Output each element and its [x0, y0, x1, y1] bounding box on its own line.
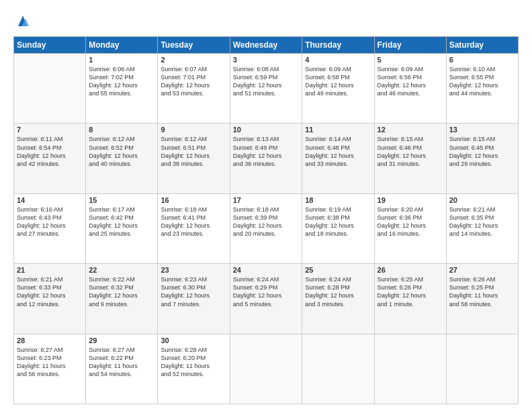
week-row-5: 28Sunrise: 6:27 AM Sunset: 6:23 PM Dayli…	[14, 334, 519, 404]
calendar-cell: 27Sunrise: 6:26 AM Sunset: 6:25 PM Dayli…	[446, 264, 518, 334]
day-number: 27	[449, 266, 515, 274]
day-number: 19	[378, 196, 443, 204]
day-info: Sunrise: 6:18 AM Sunset: 6:39 PM Dayligh…	[233, 205, 300, 238]
day-info: Sunrise: 6:22 AM Sunset: 6:32 PM Dayligh…	[89, 275, 154, 308]
day-info: Sunrise: 6:21 AM Sunset: 6:33 PM Dayligh…	[17, 275, 83, 308]
weekday-monday: Monday	[86, 37, 158, 54]
day-info: Sunrise: 6:16 AM Sunset: 6:43 PM Dayligh…	[17, 205, 83, 238]
day-number: 13	[449, 126, 515, 134]
day-info: Sunrise: 6:18 AM Sunset: 6:41 PM Dayligh…	[161, 205, 226, 238]
day-number: 22	[89, 266, 154, 274]
calendar-cell: 18Sunrise: 6:19 AM Sunset: 6:38 PM Dayli…	[302, 193, 374, 263]
calendar-cell: 26Sunrise: 6:25 AM Sunset: 6:26 PM Dayli…	[374, 264, 446, 334]
day-number: 29	[89, 336, 154, 345]
day-number: 14	[17, 196, 83, 204]
calendar-cell	[230, 334, 302, 404]
day-info: Sunrise: 6:10 AM Sunset: 6:55 PM Dayligh…	[449, 65, 515, 98]
calendar-cell: 10Sunrise: 6:13 AM Sunset: 6:49 PM Dayli…	[230, 124, 302, 193]
calendar-cell: 24Sunrise: 6:24 AM Sunset: 6:29 PM Dayli…	[230, 264, 302, 334]
calendar-cell: 22Sunrise: 6:22 AM Sunset: 6:32 PM Dayli…	[86, 264, 158, 334]
weekday-header-row: SundayMondayTuesdayWednesdayThursdayFrid…	[14, 37, 519, 54]
logo	[13, 12, 34, 31]
calendar-cell: 7Sunrise: 6:11 AM Sunset: 6:54 PM Daylig…	[14, 124, 86, 193]
day-info: Sunrise: 6:23 AM Sunset: 6:30 PM Dayligh…	[161, 275, 226, 308]
day-info: Sunrise: 6:19 AM Sunset: 6:38 PM Dayligh…	[305, 205, 371, 238]
calendar-cell: 6Sunrise: 6:10 AM Sunset: 6:55 PM Daylig…	[446, 54, 518, 124]
calendar-cell: 16Sunrise: 6:18 AM Sunset: 6:41 PM Dayli…	[158, 193, 230, 263]
weekday-sunday: Sunday	[14, 37, 86, 54]
weekday-friday: Friday	[374, 37, 446, 54]
weekday-tuesday: Tuesday	[158, 37, 230, 54]
day-number: 16	[161, 196, 226, 204]
weekday-wednesday: Wednesday	[230, 37, 302, 54]
day-number: 26	[378, 266, 443, 274]
weekday-thursday: Thursday	[302, 37, 374, 54]
day-info: Sunrise: 6:15 AM Sunset: 6:46 PM Dayligh…	[378, 135, 443, 168]
calendar-cell	[14, 54, 86, 124]
calendar-cell: 4Sunrise: 6:09 AM Sunset: 6:58 PM Daylig…	[302, 54, 374, 124]
day-number: 30	[161, 336, 226, 345]
calendar-cell: 14Sunrise: 6:16 AM Sunset: 6:43 PM Dayli…	[14, 193, 86, 263]
day-info: Sunrise: 6:11 AM Sunset: 6:54 PM Dayligh…	[17, 135, 83, 168]
calendar-cell: 5Sunrise: 6:09 AM Sunset: 6:56 PM Daylig…	[374, 54, 446, 124]
calendar-cell: 2Sunrise: 6:07 AM Sunset: 7:01 PM Daylig…	[158, 54, 230, 124]
day-info: Sunrise: 6:17 AM Sunset: 6:42 PM Dayligh…	[89, 205, 154, 238]
day-number: 20	[449, 196, 515, 204]
day-info: Sunrise: 6:09 AM Sunset: 6:58 PM Dayligh…	[305, 65, 371, 98]
week-row-4: 21Sunrise: 6:21 AM Sunset: 6:33 PM Dayli…	[14, 264, 519, 334]
day-number: 11	[305, 126, 371, 134]
day-number: 3	[233, 56, 300, 64]
day-info: Sunrise: 6:13 AM Sunset: 6:49 PM Dayligh…	[233, 135, 300, 168]
calendar-cell: 20Sunrise: 6:21 AM Sunset: 6:35 PM Dayli…	[446, 193, 518, 263]
week-row-3: 14Sunrise: 6:16 AM Sunset: 6:43 PM Dayli…	[14, 193, 519, 263]
day-number: 10	[233, 126, 300, 134]
calendar-cell: 8Sunrise: 6:12 AM Sunset: 6:52 PM Daylig…	[86, 124, 158, 193]
day-number: 1	[89, 56, 154, 64]
calendar: SundayMondayTuesdayWednesdayThursdayFrid…	[13, 36, 519, 404]
calendar-cell	[446, 334, 518, 404]
day-info: Sunrise: 6:24 AM Sunset: 6:29 PM Dayligh…	[233, 275, 300, 308]
calendar-cell: 12Sunrise: 6:15 AM Sunset: 6:46 PM Dayli…	[374, 124, 446, 193]
calendar-cell: 11Sunrise: 6:14 AM Sunset: 6:48 PM Dayli…	[302, 124, 374, 193]
day-number: 17	[233, 196, 300, 204]
calendar-cell: 23Sunrise: 6:23 AM Sunset: 6:30 PM Dayli…	[158, 264, 230, 334]
day-number: 7	[17, 126, 83, 134]
day-info: Sunrise: 6:27 AM Sunset: 6:22 PM Dayligh…	[89, 346, 154, 379]
day-number: 2	[161, 56, 226, 64]
calendar-cell: 29Sunrise: 6:27 AM Sunset: 6:22 PM Dayli…	[86, 334, 158, 404]
day-info: Sunrise: 6:20 AM Sunset: 6:36 PM Dayligh…	[378, 205, 443, 238]
day-number: 12	[378, 126, 443, 134]
day-info: Sunrise: 6:15 AM Sunset: 6:45 PM Dayligh…	[449, 135, 515, 168]
calendar-cell: 1Sunrise: 6:06 AM Sunset: 7:02 PM Daylig…	[86, 54, 158, 124]
calendar-cell: 25Sunrise: 6:24 AM Sunset: 6:28 PM Dayli…	[302, 264, 374, 334]
calendar-cell: 19Sunrise: 6:20 AM Sunset: 6:36 PM Dayli…	[374, 193, 446, 263]
header	[13, 12, 519, 31]
day-info: Sunrise: 6:12 AM Sunset: 6:52 PM Dayligh…	[89, 135, 154, 168]
day-info: Sunrise: 6:25 AM Sunset: 6:26 PM Dayligh…	[378, 275, 443, 308]
day-info: Sunrise: 6:09 AM Sunset: 6:56 PM Dayligh…	[378, 65, 443, 98]
day-number: 21	[17, 266, 83, 274]
day-info: Sunrise: 6:26 AM Sunset: 6:25 PM Dayligh…	[449, 275, 515, 308]
day-number: 28	[17, 336, 83, 345]
day-info: Sunrise: 6:06 AM Sunset: 7:02 PM Dayligh…	[89, 65, 154, 98]
calendar-cell: 3Sunrise: 6:08 AM Sunset: 6:59 PM Daylig…	[230, 54, 302, 124]
day-number: 25	[305, 266, 371, 274]
day-info: Sunrise: 6:27 AM Sunset: 6:23 PM Dayligh…	[17, 346, 83, 379]
day-info: Sunrise: 6:14 AM Sunset: 6:48 PM Dayligh…	[305, 135, 371, 168]
day-number: 4	[305, 56, 371, 64]
day-info: Sunrise: 6:28 AM Sunset: 6:20 PM Dayligh…	[161, 346, 226, 379]
calendar-cell: 30Sunrise: 6:28 AM Sunset: 6:20 PM Dayli…	[158, 334, 230, 404]
day-number: 18	[305, 196, 371, 204]
day-info: Sunrise: 6:21 AM Sunset: 6:35 PM Dayligh…	[449, 205, 515, 238]
calendar-cell: 13Sunrise: 6:15 AM Sunset: 6:45 PM Dayli…	[446, 124, 518, 193]
logo-icon	[13, 12, 32, 31]
day-number: 5	[378, 56, 443, 64]
day-number: 24	[233, 266, 300, 274]
day-number: 15	[89, 196, 154, 204]
weekday-saturday: Saturday	[446, 37, 518, 54]
day-number: 6	[449, 56, 515, 64]
day-number: 9	[161, 126, 226, 134]
week-row-1: 1Sunrise: 6:06 AM Sunset: 7:02 PM Daylig…	[14, 54, 519, 124]
calendar-cell: 9Sunrise: 6:12 AM Sunset: 6:51 PM Daylig…	[158, 124, 230, 193]
calendar-cell: 15Sunrise: 6:17 AM Sunset: 6:42 PM Dayli…	[86, 193, 158, 263]
